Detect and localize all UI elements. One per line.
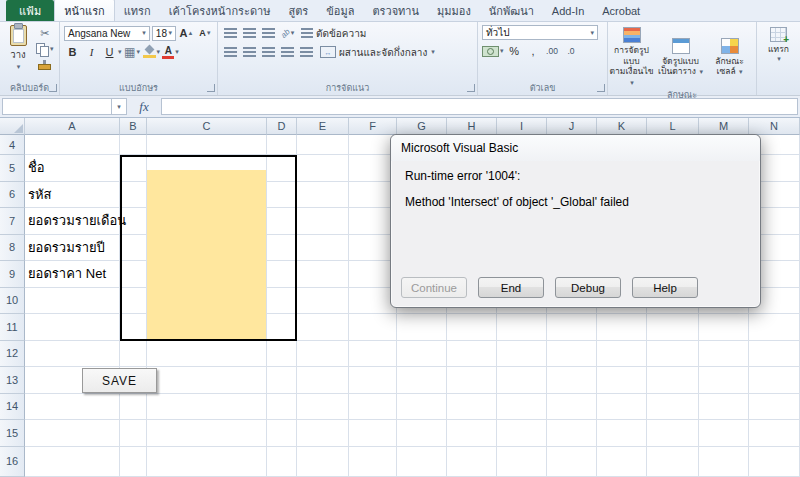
cell-A10[interactable] [25, 288, 120, 315]
cell-I13[interactable] [497, 367, 547, 394]
cell-B12[interactable] [120, 341, 147, 368]
cell-E15[interactable] [297, 420, 349, 447]
cell-H13[interactable] [447, 367, 497, 394]
cell-G15[interactable] [397, 420, 447, 447]
row-header-8[interactable]: 8 [0, 235, 25, 262]
row-header-15[interactable]: 15 [0, 420, 25, 447]
font-dialog-launcher-icon[interactable] [207, 84, 215, 92]
name-box-dropdown-icon[interactable]: ▾ [112, 98, 127, 115]
cell-B7[interactable] [120, 208, 147, 235]
cell-E14[interactable] [297, 394, 349, 421]
align-left-button[interactable] [222, 44, 239, 60]
row-header-12[interactable]: 12 [0, 341, 25, 368]
cell-D13[interactable] [267, 367, 297, 394]
cell-F16[interactable] [349, 447, 397, 477]
column-header-E[interactable]: E [297, 118, 349, 135]
decrease-decimal-button[interactable]: .0 [563, 43, 580, 59]
cell-M16[interactable] [699, 447, 749, 477]
column-header-N[interactable]: N [749, 118, 800, 135]
align-right-button[interactable] [260, 44, 277, 60]
cell-G11[interactable] [397, 314, 447, 341]
cell-C15[interactable] [147, 420, 267, 447]
cell-N14[interactable] [749, 394, 800, 421]
cell-D7[interactable] [267, 208, 297, 235]
dialog-end-button[interactable]: End [478, 277, 544, 298]
row-header-6[interactable]: 6 [0, 182, 25, 209]
copy-button[interactable]: ▾ [36, 41, 54, 57]
cell-N16[interactable] [749, 447, 800, 477]
accounting-format-button[interactable]: ▾ [482, 43, 504, 59]
cell-B4[interactable] [120, 135, 147, 155]
cell-A16[interactable] [25, 447, 120, 477]
cell-K16[interactable] [597, 447, 647, 477]
cell-D16[interactable] [267, 447, 297, 477]
ribbon-tab-2[interactable]: แทรก [115, 0, 160, 21]
column-header-G[interactable]: G [397, 118, 447, 135]
wrap-text-button[interactable]: ตัดข้อความ [298, 26, 369, 41]
insert-cells-button[interactable]: แทรก ▾ [757, 23, 800, 63]
underline-button[interactable]: U▾ [102, 44, 122, 60]
cell-D5[interactable] [267, 155, 297, 182]
cell-B11[interactable] [120, 314, 147, 341]
cell-J16[interactable] [547, 447, 597, 477]
cell-D10[interactable] [267, 288, 297, 315]
cell-I12[interactable] [497, 341, 547, 368]
column-header-M[interactable]: M [699, 118, 749, 135]
cell-E7[interactable] [297, 208, 349, 235]
cell-M13[interactable] [699, 367, 749, 394]
cell-B5[interactable] [120, 155, 147, 182]
cell-G13[interactable] [397, 367, 447, 394]
cell-A5[interactable]: ชื่อ [25, 155, 120, 182]
row-header-14[interactable]: 14 [0, 394, 25, 421]
cell-H12[interactable] [447, 341, 497, 368]
cell-L12[interactable] [647, 341, 699, 368]
conditional-formatting-button[interactable]: การจัดรูปแบบ ตามเงื่อนไข ▾ [608, 23, 655, 88]
cell-D6[interactable] [267, 182, 297, 209]
font-name-combo[interactable]: Angsana New▾ [64, 26, 150, 41]
cell-E13[interactable] [297, 367, 349, 394]
cell-A12[interactable] [25, 341, 120, 368]
italic-button[interactable]: I [83, 44, 100, 60]
column-header-D[interactable]: D [267, 118, 297, 135]
cell-E11[interactable] [297, 314, 349, 341]
row-header-11[interactable]: 11 [0, 314, 25, 341]
column-header-K[interactable]: K [597, 118, 647, 135]
align-top-button[interactable] [222, 25, 239, 41]
clipboard-dialog-launcher-icon[interactable] [49, 84, 57, 92]
cell-G12[interactable] [397, 341, 447, 368]
column-header-L[interactable]: L [647, 118, 699, 135]
row-header-5[interactable]: 5 [0, 155, 25, 182]
cell-A9[interactable]: ยอดราคา Net [25, 261, 120, 288]
ribbon-tab-9[interactable]: Add-In [543, 0, 593, 21]
cell-J12[interactable] [547, 341, 597, 368]
alignment-dialog-launcher-icon[interactable] [467, 84, 475, 92]
grow-font-button[interactable]: A▲ [178, 25, 195, 41]
cell-L15[interactable] [647, 420, 699, 447]
ribbon-tab-10[interactable]: Acrobat [593, 0, 649, 21]
cell-N15[interactable] [749, 420, 800, 447]
cell-I14[interactable] [497, 394, 547, 421]
ribbon-tab-1[interactable]: หน้าแรก [54, 0, 115, 21]
cell-E12[interactable] [297, 341, 349, 368]
cell-J15[interactable] [547, 420, 597, 447]
cell-B8[interactable] [120, 235, 147, 262]
dialog-help-button[interactable]: Help [632, 277, 698, 298]
insert-function-button[interactable]: fx [127, 99, 161, 115]
cell-N13[interactable] [749, 367, 800, 394]
row-header-4[interactable]: 4 [0, 135, 25, 155]
cell-K15[interactable] [597, 420, 647, 447]
bold-button[interactable]: B [64, 44, 81, 60]
cell-styles-button[interactable]: ลักษณะ เซลล์ ▾ [706, 34, 753, 77]
align-bottom-button[interactable] [260, 25, 277, 41]
cell-B10[interactable] [120, 288, 147, 315]
percent-style-button[interactable]: % [506, 43, 523, 59]
cell-E6[interactable] [297, 182, 349, 209]
cell-H16[interactable] [447, 447, 497, 477]
cell-N12[interactable] [749, 341, 800, 368]
cell-D9[interactable] [267, 261, 297, 288]
cell-D12[interactable] [267, 341, 297, 368]
ribbon-tab-3[interactable]: เค้าโครงหน้ากระดาษ [160, 0, 280, 21]
name-box[interactable] [2, 98, 112, 115]
cell-L16[interactable] [647, 447, 699, 477]
cell-L11[interactable] [647, 314, 699, 341]
